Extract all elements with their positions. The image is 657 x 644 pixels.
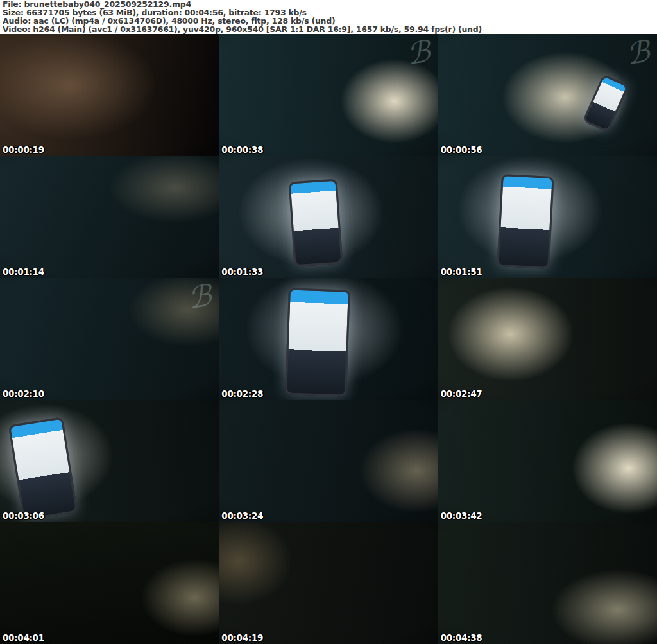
phone-shape: [582, 74, 629, 133]
monogram-watermark: ℬ: [624, 34, 651, 71]
timestamp-overlay: 00:02:28: [221, 388, 263, 399]
video-thumbnail: 00:02:47: [438, 278, 657, 400]
phone-shape: [285, 288, 350, 396]
timestamp-overlay: 00:04:01: [3, 632, 44, 643]
video-thumbnail: 00:01:14: [0, 156, 219, 278]
video-thumbnail: 00:04:19: [219, 522, 438, 644]
phone-shape: [8, 417, 78, 521]
phone-shape: [288, 179, 343, 267]
timestamp-overlay: 00:00:56: [441, 144, 482, 155]
video-thumbnail: 00:03:24: [219, 400, 438, 522]
video-thumbnail: 00:02:28: [219, 278, 438, 400]
timestamp-overlay: 00:01:51: [441, 266, 482, 277]
video-thumbnail: ℬ 00:00:56: [438, 34, 657, 156]
timestamp-overlay: 00:03:24: [221, 510, 263, 521]
video-thumbnail: 00:01:51: [438, 156, 657, 278]
timestamp-overlay: 00:03:42: [441, 510, 482, 521]
video-thumbnail: 00:00:19: [0, 34, 219, 156]
video-thumbnail: 00:03:06: [0, 400, 219, 522]
timestamp-overlay: 00:00:38: [221, 144, 263, 155]
timestamp-overlay: 00:02:10: [3, 388, 44, 399]
timestamp-overlay: 00:03:06: [3, 510, 44, 521]
phone-shape: [497, 174, 554, 269]
timestamp-overlay: 00:04:38: [441, 632, 482, 643]
monogram-watermark: ℬ: [186, 278, 214, 315]
video-thumbnail: 00:01:33: [219, 156, 438, 278]
thumbnail-grid: 00:00:19 ℬ 00:00:38 ℬ 00:00:56 00:01:14 …: [0, 34, 657, 644]
timestamp-overlay: 00:04:19: [221, 632, 263, 643]
video-thumbnail: 00:03:42: [438, 400, 657, 522]
timestamp-overlay: 00:01:14: [3, 266, 44, 277]
video-thumbnail: 00:04:01: [0, 522, 219, 644]
monogram-watermark: ℬ: [405, 34, 432, 71]
video-thumbnail: ℬ 00:02:10: [0, 278, 219, 400]
video-info-line: Video: h264 (Main) (avc1 / 0x31637661), …: [3, 26, 657, 34]
timestamp-overlay: 00:00:19: [3, 144, 44, 155]
timestamp-overlay: 00:01:33: [221, 266, 263, 277]
video-thumbnail: ℬ 00:00:38: [219, 34, 438, 156]
timestamp-overlay: 00:02:47: [441, 388, 482, 399]
video-thumbnail: 00:04:38: [438, 522, 657, 644]
file-metadata-header: File: brunettebaby040_202509252129.mp4 S…: [0, 0, 657, 34]
